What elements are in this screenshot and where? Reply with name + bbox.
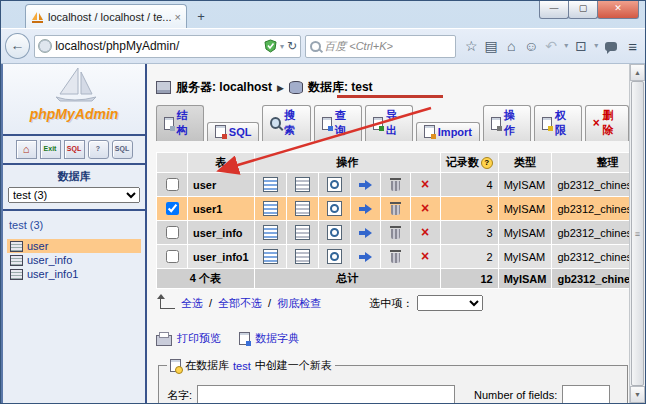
- drop-icon[interactable]: ×: [419, 250, 432, 263]
- print-view-link[interactable]: 打印预览: [177, 331, 221, 346]
- sql-window-button[interactable]: SQL: [64, 140, 85, 159]
- legend-db-name[interactable]: test: [233, 360, 251, 372]
- tab-query[interactable]: 查询: [314, 105, 362, 141]
- sidebar-table-item[interactable]: user_info: [7, 253, 141, 267]
- row-checkbox[interactable]: [166, 226, 179, 239]
- drop-icon[interactable]: ×: [419, 226, 432, 239]
- empty-icon[interactable]: [389, 178, 402, 191]
- insert-icon[interactable]: [359, 202, 372, 215]
- search-icon[interactable]: [327, 225, 342, 240]
- search-bar[interactable]: 百度 <Ctrl+K>: [305, 35, 456, 58]
- menu-icon[interactable]: ≡: [628, 38, 637, 55]
- back-button[interactable]: ←: [5, 33, 30, 59]
- with-selected-dropdown[interactable]: [417, 295, 483, 311]
- insert-icon[interactable]: [359, 250, 372, 263]
- scroll-thumb[interactable]: ≡: [631, 81, 644, 386]
- row-checkbox[interactable]: [166, 178, 179, 191]
- tab-export[interactable]: 导出: [365, 105, 413, 141]
- insert-icon[interactable]: [359, 178, 372, 191]
- tab-label: 删除: [603, 108, 621, 138]
- empty-icon[interactable]: [389, 202, 402, 215]
- search-icon[interactable]: [327, 177, 342, 192]
- search-icon[interactable]: [327, 249, 342, 264]
- action-cell: [318, 173, 350, 197]
- maximize-button[interactable]: ▢: [568, 1, 598, 19]
- drop-icon[interactable]: ×: [419, 202, 432, 215]
- tab-import[interactable]: Import: [416, 122, 480, 141]
- table-icon: [10, 255, 23, 266]
- tab-search[interactable]: 搜索: [262, 105, 311, 141]
- sidebar-table-item[interactable]: user: [7, 239, 141, 253]
- empty-icon[interactable]: [389, 250, 402, 263]
- screenshot-dropdown-icon[interactable]: ▾: [592, 36, 600, 56]
- chat-icon[interactable]: [602, 36, 620, 56]
- sidebar-table-label: user: [27, 240, 48, 252]
- pma-docs-button[interactable]: ?: [88, 140, 109, 159]
- security-shield-icon[interactable]: [264, 39, 277, 53]
- structure-icon[interactable]: [295, 249, 310, 264]
- database-select[interactable]: test (3): [8, 187, 140, 203]
- uncheck-all-link[interactable]: 全部不选: [218, 296, 262, 311]
- scroll-down-icon[interactable]: ▼: [630, 386, 645, 403]
- screenshot-icon[interactable]: ⊡: [572, 36, 590, 56]
- search-icon: [310, 41, 321, 52]
- url-dropdown-icon[interactable]: ▾: [280, 42, 284, 51]
- pma-logo[interactable]: phpMyAdmin: [3, 64, 145, 136]
- row-checkbox[interactable]: [166, 250, 179, 263]
- tab-sql[interactable]: SQL: [207, 122, 260, 141]
- action-cell: [318, 221, 350, 245]
- data-dictionary-link[interactable]: 数据字典: [255, 331, 299, 346]
- tab-privileges[interactable]: 权限: [534, 105, 582, 141]
- browse-icon[interactable]: [263, 201, 278, 216]
- tab-structure[interactable]: 结构: [156, 105, 204, 141]
- insert-icon[interactable]: [359, 226, 372, 239]
- mysql-docs-button[interactable]: SQL: [112, 140, 133, 159]
- row-checkbox[interactable]: [166, 202, 179, 215]
- url-bar[interactable]: localhost/phpMyAdmin/ ▾ ↻: [34, 35, 301, 58]
- num-fields-input[interactable]: [562, 385, 610, 403]
- browser-tab[interactable]: localhost / localhost / te... ×: [25, 4, 187, 28]
- browse-icon[interactable]: [263, 177, 278, 192]
- minimize-button[interactable]: —: [539, 1, 569, 19]
- bookmarks-list-icon[interactable]: ▤: [482, 36, 500, 56]
- export-icon: [373, 117, 383, 130]
- reload-icon[interactable]: ↻: [287, 39, 297, 53]
- browse-icon[interactable]: [263, 249, 278, 264]
- structure-icon[interactable]: [295, 177, 310, 192]
- sidebar-table-item[interactable]: user_info1: [7, 267, 141, 281]
- breadcrumb-database[interactable]: 数据库: test: [308, 79, 373, 96]
- search-placeholder[interactable]: 百度 <Ctrl+K>: [324, 39, 393, 54]
- table-name[interactable]: user1: [188, 197, 255, 221]
- undo-dropdown-icon[interactable]: ▾: [562, 36, 570, 56]
- home-button[interactable]: ⌂: [16, 140, 37, 159]
- table-name[interactable]: user: [188, 173, 255, 197]
- records-help-icon[interactable]: ?: [481, 157, 493, 169]
- type-cell: MyISAM: [498, 245, 552, 269]
- new-tab-button[interactable]: +: [189, 9, 213, 26]
- url-text[interactable]: localhost/phpMyAdmin/: [55, 39, 261, 53]
- bookmark-star-icon[interactable]: ☆: [462, 36, 480, 56]
- close-button[interactable]: ✕: [597, 1, 639, 19]
- check-all-link[interactable]: 全选: [181, 296, 203, 311]
- tab-operations[interactable]: 操作: [483, 105, 531, 141]
- check-overhead-link[interactable]: 彻底检查: [277, 296, 321, 311]
- table-name[interactable]: user_info1: [188, 245, 255, 269]
- empty-icon[interactable]: [389, 226, 402, 239]
- structure-icon[interactable]: [295, 201, 310, 216]
- table-name-input[interactable]: [197, 385, 455, 403]
- logout-button[interactable]: Exit: [40, 140, 61, 159]
- tab-close-icon[interactable]: ×: [175, 11, 181, 23]
- scrollbar[interactable]: ▲ ≡ ▼: [629, 64, 645, 403]
- table-name[interactable]: user_info: [188, 221, 255, 245]
- structure-icon[interactable]: [295, 225, 310, 240]
- sidebar-database-link[interactable]: test (3): [3, 211, 145, 235]
- scroll-up-icon[interactable]: ▲: [630, 64, 645, 81]
- feedback-smiley-icon[interactable]: ☺: [522, 36, 540, 56]
- breadcrumb-server[interactable]: 服务器: localhost: [176, 79, 272, 96]
- browse-icon[interactable]: [263, 225, 278, 240]
- search-icon[interactable]: [327, 201, 342, 216]
- home-icon[interactable]: ⌂: [502, 36, 520, 56]
- drop-icon[interactable]: ×: [419, 178, 432, 191]
- undo-icon[interactable]: ↶: [542, 36, 560, 56]
- tab-drop[interactable]: ×删除: [585, 105, 629, 141]
